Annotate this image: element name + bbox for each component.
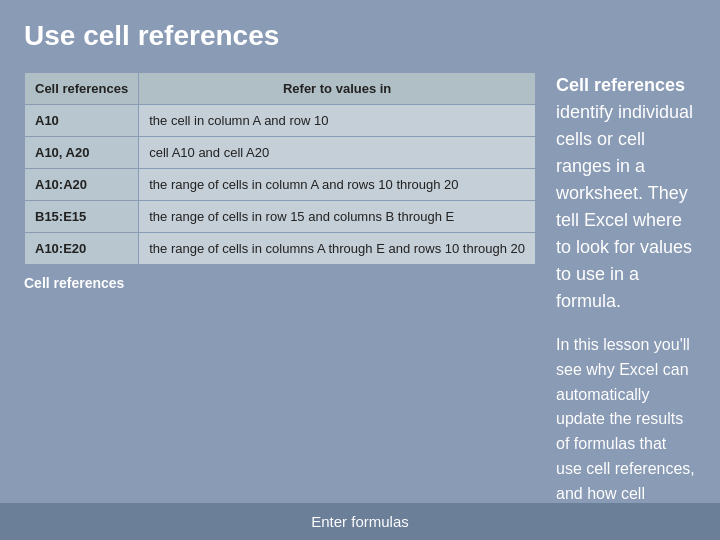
- table-header-col1: Cell references: [25, 73, 139, 105]
- page-title: Use cell references: [24, 20, 696, 52]
- table-cell-desc: the cell in column A and row 10: [139, 105, 536, 137]
- table-cell-desc: cell A10 and cell A20: [139, 137, 536, 169]
- table-caption: Cell references: [24, 275, 536, 291]
- table-cell-ref: A10:A20: [25, 169, 139, 201]
- table-cell-ref: B15:E15: [25, 201, 139, 233]
- cell-reference-table: Cell references Refer to values in A10th…: [24, 72, 536, 265]
- table-cell-ref: A10, A20: [25, 137, 139, 169]
- table-cell-ref: A10:E20: [25, 233, 139, 265]
- table-cell-ref: A10: [25, 105, 139, 137]
- intro-rest: identify individual cells or cell ranges…: [556, 102, 693, 311]
- footer-bar: Enter formulas: [0, 503, 720, 540]
- text-section: Cell references identify individual cell…: [556, 72, 696, 540]
- page: Use cell references Cell references Refe…: [0, 0, 720, 540]
- table-section: Cell references Refer to values in A10th…: [24, 72, 536, 291]
- intro-bold: Cell references: [556, 75, 685, 95]
- intro-paragraph: Cell references identify individual cell…: [556, 72, 696, 315]
- table-cell-desc: the range of cells in column A and rows …: [139, 169, 536, 201]
- table-row: A10:E20the range of cells in columns A t…: [25, 233, 536, 265]
- table-header-col2: Refer to values in: [139, 73, 536, 105]
- content-area: Cell references Refer to values in A10th…: [24, 72, 696, 540]
- table-cell-desc: the range of cells in columns A through …: [139, 233, 536, 265]
- table-row: A10:A20the range of cells in column A an…: [25, 169, 536, 201]
- table-cell-desc: the range of cells in row 15 and columns…: [139, 201, 536, 233]
- table-row: A10the cell in column A and row 10: [25, 105, 536, 137]
- table-row: A10, A20cell A10 and cell A20: [25, 137, 536, 169]
- table-row: B15:E15the range of cells in row 15 and …: [25, 201, 536, 233]
